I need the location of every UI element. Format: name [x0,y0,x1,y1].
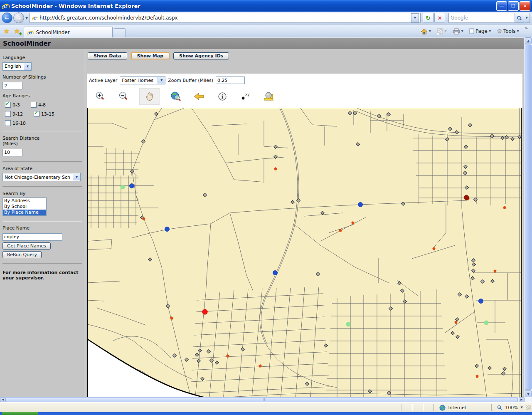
option-by-school[interactable]: By School [3,204,46,210]
age-ranges-label: Age Ranges [2,93,85,99]
active-layer-label: Active Layer [89,78,117,83]
siblings-input[interactable] [2,82,22,89]
url-input[interactable] [39,15,411,21]
option-by-place-name[interactable]: By Place Name [3,210,46,215]
refresh-button[interactable]: ↻ [423,13,433,23]
checkbox-age-0-3[interactable]: 0-3 [5,102,20,108]
stop-button[interactable]: ✕ [434,13,445,23]
zoom-level-label: 100% [505,405,518,410]
chevron-down-icon[interactable]: ▼ [73,174,80,180]
scrollbar-corner [525,397,532,402]
favorites-icon[interactable]: ★ [3,27,10,35]
address-field[interactable]: e ▼ [30,13,421,23]
green-marker [121,185,125,190]
checkbox-age-9-12[interactable]: 9-12 [5,111,23,117]
map[interactable] [87,108,522,404]
new-tab-button[interactable] [114,28,126,38]
zoom-buffer-input[interactable] [216,77,245,84]
chevron-down-icon[interactable]: ▼ [158,77,165,84]
chevron-down-icon[interactable]: ▼ [24,63,31,70]
title-bar: e SchoolMinder - Windows Internet Explor… [0,0,532,12]
search-input[interactable] [449,15,515,21]
forward-button[interactable]: → [13,12,24,23]
vertical-scroll-thumb[interactable] [525,44,532,390]
restore-button[interactable]: ❐ [508,1,519,11]
search-box[interactable]: ▼ [448,13,530,23]
tab-title: SchoolMinder [36,30,70,35]
green-marker [346,322,351,327]
siblings-label: Number of Siblings [2,74,85,80]
place-name-input[interactable] [2,233,62,241]
xy-point-icon[interactable]: xy [239,90,253,103]
pan-icon[interactable] [140,89,160,104]
gear-icon: ⚙ [497,28,502,35]
status-zone-label: Internet [448,405,466,410]
horizontal-scroll-thumb[interactable] [6,397,518,402]
language-select[interactable]: English▼ [2,62,32,71]
back-button[interactable]: ← [2,12,12,23]
add-favorite-icon[interactable]: ★✚ [14,27,20,35]
show-data-button[interactable]: Show Data [88,52,127,59]
tools-menu[interactable]: ⚙ Tools ▼ [497,28,519,35]
option-by-address[interactable]: By Address [3,198,46,204]
active-layer-select[interactable]: Foster Homes▼ [120,76,165,84]
search-distance-units: (Miles) [2,141,85,146]
get-place-names-button[interactable]: Get Place Names [2,242,51,249]
tab-schoolminder[interactable]: e SchoolMinder [24,27,113,38]
zoom-full-extent-icon[interactable] [169,90,183,103]
language-label: Language [2,55,85,60]
zoom-in-icon[interactable] [93,90,107,103]
resize-grip[interactable] [526,405,531,410]
zoom-control[interactable]: 100% ▼ [497,405,523,410]
blue-marker [358,203,363,207]
checkbox-age-4-8[interactable]: 4-8 [31,102,46,108]
checkbox-age-13-15[interactable]: 13-15 [34,111,54,117]
window-title: SchoolMinder - Windows Internet Explorer [11,3,495,9]
feeds-button: ▼ [437,28,446,35]
area-of-state-select[interactable]: Not Chicago-Elementary Sch▼ [2,173,81,181]
scroll-right-button[interactable]: ▶ [519,397,525,402]
map-canvas[interactable] [88,108,521,403]
svg-text:i: i [222,94,224,100]
app-title: SchoolMinder [3,40,51,47]
history-dropdown-icon[interactable]: ▼ [25,16,28,20]
rerun-query-button[interactable]: ReRun Query [2,251,42,258]
map-toolbar: i xy [87,84,522,108]
place-name-label: Place Name [2,225,85,231]
status-bar: Internet 100% ▼ [0,402,532,413]
search-distance-input[interactable] [2,149,22,156]
scroll-up-button[interactable]: ▲ [525,37,532,44]
search-by-listbox[interactable]: By Address By School By Place Name [2,198,47,216]
sidebar: Language English▼ Number of Siblings Age… [0,50,85,398]
scroll-left-button[interactable]: ◀ [0,397,6,402]
scroll-down-button[interactable]: ▼ [525,390,532,397]
print-button[interactable]: ▼ [453,28,463,35]
blue-marker [273,271,278,275]
select-tool-icon[interactable] [262,90,276,103]
toolbar-overflow-chevron[interactable]: » [525,25,528,31]
search-options-dropdown[interactable]: ▼ [524,13,530,23]
vertical-scrollbar[interactable]: ▲ ▼ [524,37,532,397]
start-button-fragment [2,412,38,415]
dark-red-marker [464,195,469,200]
address-dropdown-button[interactable]: ▼ [411,13,419,22]
identify-icon[interactable]: i [215,90,229,103]
minimize-button[interactable]: — [496,1,507,11]
show-map-button[interactable]: Show Map [131,52,170,59]
page-menu[interactable]: Page ▼ [469,28,491,34]
ie-logo-icon: e [2,2,9,10]
red-marker [202,309,207,314]
checkbox-age-16-18[interactable]: 16-18 [5,120,26,126]
zoom-out-icon[interactable] [116,90,131,103]
close-button[interactable]: ✕ [520,1,530,11]
security-zone: Internet [439,405,466,411]
horizontal-scrollbar[interactable]: ◀ ▶ [0,397,525,402]
tab-bar: ★ ★✚ e SchoolMinder ▼ ▼ ▼ Page ▼ ⚙ Tools… [0,25,532,38]
zoom-buffer-label: Zoom Buffer (Miles) [168,78,213,83]
show-agency-ids-button[interactable]: Show Agency IDs [173,52,229,59]
home-button[interactable]: ▼ [421,28,431,35]
search-magnifier-icon[interactable] [515,13,524,22]
supervisor-note: For more information contact your superv… [2,270,81,282]
back-icon[interactable] [192,90,206,103]
zoom-dropdown-icon[interactable]: ▼ [521,406,523,409]
